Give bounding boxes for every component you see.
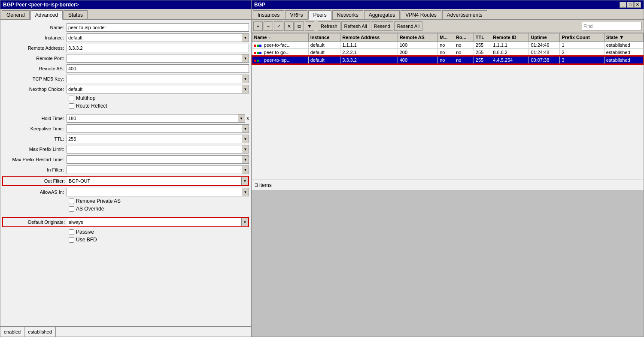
keepalive-dropdown-btn[interactable]: ▼ — [242, 125, 249, 132]
nexthop-dropdown-btn[interactable]: ▼ — [242, 85, 249, 93]
peer-instance-2: default — [308, 49, 340, 57]
col-instance[interactable]: Instance — [308, 33, 340, 42]
remove-btn[interactable]: − — [264, 21, 273, 31]
left-tabs-row: General Advanced Status — [0, 9, 251, 20]
left-titlebar: BGP Peer <peer-to-isp-border> — [0, 0, 251, 9]
col-state[interactable]: State ▼ — [604, 33, 643, 42]
route-reflect-checkbox[interactable] — [69, 103, 74, 109]
tab-networks[interactable]: Networks — [332, 10, 363, 19]
use-bfd-checkbox[interactable] — [69, 237, 74, 243]
col-ttl[interactable]: TTL — [474, 33, 491, 42]
tab-general[interactable]: General — [2, 10, 30, 19]
max-prefix-restart-select[interactable]: ▼ — [67, 155, 249, 164]
col-ro[interactable]: Ro... — [454, 33, 474, 42]
filter-btn[interactable]: ▼ — [305, 21, 314, 31]
in-filter-select[interactable]: ▼ — [67, 165, 249, 174]
peer-name-2: peer-to-go... — [252, 49, 308, 57]
toolbar: + − ✓ ✕ ⧉ ▼ Refresh Refresh All Resend R… — [252, 20, 644, 33]
tab-status[interactable]: Status — [64, 10, 88, 19]
remote-address-field[interactable] — [67, 44, 249, 52]
right-title: BGP — [254, 2, 265, 8]
tab-aggregates[interactable]: Aggregates — [364, 10, 400, 19]
resend-all-btn[interactable]: Resend All — [394, 21, 423, 31]
use-bfd-label: Use BFD — [76, 237, 97, 243]
hold-time-value: 180 — [67, 115, 238, 121]
remote-as-field[interactable] — [67, 64, 249, 73]
remote-as-label: Remote AS: — [2, 66, 67, 71]
as-override-checkbox[interactable] — [69, 206, 74, 212]
tab-instances[interactable]: Instances — [253, 10, 284, 19]
default-originate-dropdown-btn[interactable]: ▼ — [241, 218, 248, 226]
peer-ro-3: no — [454, 56, 474, 64]
out-filter-select[interactable]: BGP-OUT ▼ — [67, 177, 248, 185]
col-remote-address[interactable]: Remote Address — [340, 33, 398, 42]
keepalive-select[interactable]: ▼ — [67, 124, 249, 133]
instance-select[interactable]: default ▼ — [67, 33, 249, 42]
remote-port-select[interactable]: ▼ — [67, 54, 249, 63]
nexthop-select[interactable]: default ▼ — [67, 85, 249, 93]
tab-vrfs[interactable]: VRFs — [285, 10, 307, 19]
col-remote-id[interactable]: Remote ID — [491, 33, 529, 42]
add-btn[interactable]: + — [253, 21, 263, 31]
col-m[interactable]: M... — [438, 33, 454, 42]
close-btn[interactable]: ✕ — [634, 2, 641, 8]
default-originate-select[interactable]: always ▼ — [67, 218, 248, 226]
in-filter-dropdown-btn[interactable]: ▼ — [242, 166, 249, 174]
col-name[interactable]: Name ↑ — [252, 33, 308, 42]
tab-peers[interactable]: Peers — [308, 10, 331, 20]
multihop-checkbox[interactable] — [69, 96, 74, 101]
cross-btn[interactable]: ✕ — [284, 21, 294, 31]
col-uptime[interactable]: Uptime — [529, 33, 560, 42]
name-row: Name: — [2, 23, 249, 32]
hold-time-dropdown-btn[interactable]: ▼ — [238, 114, 245, 122]
passive-checkbox[interactable] — [69, 229, 74, 235]
tcp-md5-dropdown-btn[interactable]: ▼ — [242, 75, 249, 83]
remote-port-value — [67, 58, 242, 59]
table-row[interactable]: peer-to-go... default 2.2.2.1 200 no no … — [252, 49, 643, 57]
max-prefix-restart-dropdown-btn[interactable]: ▼ — [242, 156, 249, 163]
col-remote-as[interactable]: Remote AS — [398, 33, 438, 42]
copy-btn[interactable]: ⧉ — [295, 21, 304, 31]
ttl-select[interactable]: 255 ▼ — [67, 135, 249, 143]
default-originate-label: Default Originate: — [3, 220, 67, 225]
find-input[interactable] — [582, 22, 642, 30]
out-filter-dropdown-btn[interactable]: ▼ — [241, 177, 248, 185]
default-originate-highlighted-wrapper: Default Originate: always ▼ — [2, 217, 249, 227]
ttl-value: 255 — [67, 136, 242, 142]
ttl-dropdown-btn[interactable]: ▼ — [242, 135, 249, 143]
hold-time-select[interactable]: 180 ▼ — [67, 114, 245, 123]
instance-dropdown-btn[interactable]: ▼ — [242, 34, 249, 42]
allow-as-select[interactable]: ▼ — [67, 188, 249, 196]
peer-remote-as-1: 100 — [398, 42, 438, 49]
peer-remote-addr-3: 3.3.3.2 — [340, 56, 398, 64]
name-field[interactable] — [67, 23, 249, 32]
max-prefix-dropdown-btn[interactable]: ▼ — [242, 145, 249, 153]
allow-as-value — [67, 192, 242, 193]
minimize-btn[interactable]: _ — [620, 2, 626, 8]
table-row[interactable]: peer-to-fac... default 1.1.1.1 100 no no… — [252, 42, 643, 49]
tab-advertisements[interactable]: Advertisements — [442, 10, 487, 19]
tcp-md5-select[interactable]: ▼ — [67, 75, 249, 83]
check-btn[interactable]: ✓ — [274, 21, 283, 31]
remote-port-label: Remote Port: — [2, 56, 67, 61]
refresh-all-btn[interactable]: Refresh All — [341, 21, 370, 31]
remove-private-as-checkbox[interactable] — [69, 199, 74, 204]
remote-port-dropdown-btn[interactable]: ▼ — [242, 54, 249, 62]
peer-remote-addr-2: 2.2.2.1 — [340, 49, 398, 57]
table-row-selected[interactable]: peer-to-isp... default 3.3.3.2 400 no no… — [252, 56, 643, 64]
peer-icon-sq-b — [259, 52, 261, 54]
maximize-btn[interactable]: □ — [627, 2, 634, 8]
max-prefix-select[interactable]: ▼ — [67, 145, 249, 153]
tab-vpn4-routes[interactable]: VPN4 Routes — [401, 10, 441, 19]
peer-ro-2: no — [454, 49, 474, 57]
form-area: Name: Instance: default ▼ Remote Address… — [0, 20, 251, 326]
tab-advanced[interactable]: Advanced — [30, 10, 63, 20]
col-prefix-count[interactable]: Prefix Count — [560, 33, 604, 42]
peer-uptime-1: 01:24:46 — [529, 42, 560, 49]
peer-state-2: established — [604, 49, 643, 57]
allow-as-dropdown-btn[interactable]: ▼ — [242, 188, 249, 196]
peer-icon-sq-g — [257, 60, 259, 62]
peer-remote-as-2: 200 — [398, 49, 438, 57]
resend-btn[interactable]: Resend — [371, 21, 393, 31]
refresh-btn[interactable]: Refresh — [318, 21, 340, 31]
